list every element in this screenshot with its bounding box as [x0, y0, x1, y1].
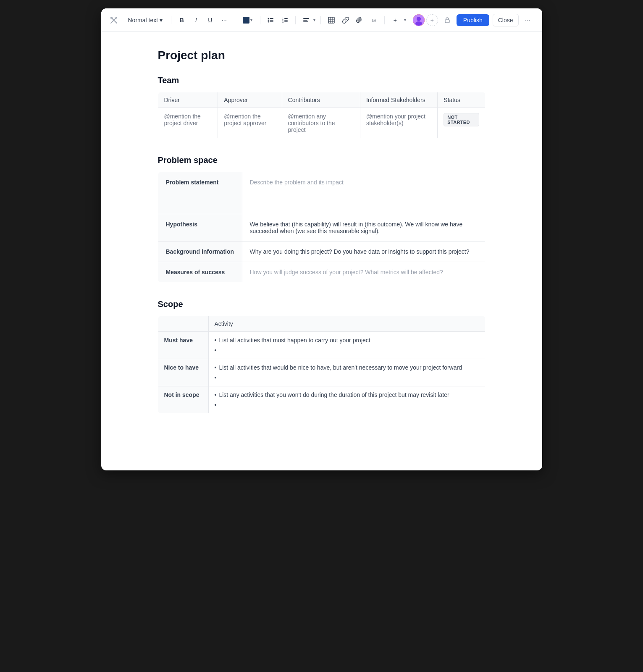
list-item: List all activities that must happen to … — [215, 337, 479, 344]
avatar-group: + — [413, 14, 438, 26]
not-in-scope-label: Not in scope — [158, 386, 208, 414]
svg-rect-9 — [284, 18, 288, 19]
empty-bullet — [215, 347, 479, 354]
problem-table: Problem statement Describe the problem a… — [158, 172, 486, 283]
color-button[interactable]: ▾ — [240, 15, 255, 25]
list-item: List any activities that you won't do du… — [215, 391, 479, 398]
publish-button[interactable]: Publish — [457, 14, 489, 26]
underline-button[interactable]: U — [205, 14, 216, 26]
svg-rect-3 — [270, 18, 273, 19]
problem-statement-label: Problem statement — [158, 172, 242, 214]
svg-point-23 — [417, 17, 421, 21]
divider-4 — [295, 16, 296, 24]
color-swatch — [243, 17, 249, 24]
nice-to-have-activity[interactable]: List all activities that would be nice t… — [208, 359, 485, 386]
svg-rect-0 — [110, 17, 113, 19]
cell-status: NOT STARTED — [438, 108, 485, 139]
col-contributors: Contributors — [282, 92, 360, 108]
more-insert-chevron: ▾ — [404, 18, 406, 22]
cell-driver[interactable]: @mention the project driver — [158, 108, 218, 139]
table-row: Not in scope List any activities that yo… — [158, 386, 485, 414]
svg-point-2 — [268, 18, 269, 19]
svg-rect-15 — [303, 20, 307, 21]
svg-rect-11 — [284, 20, 288, 21]
more-insert-button[interactable]: + — [390, 14, 401, 26]
col-approver: Approver — [218, 92, 282, 108]
more-options-button[interactable]: ··· — [522, 14, 534, 26]
table-button[interactable] — [326, 14, 337, 26]
background-label: Background information — [158, 242, 242, 262]
link-button[interactable] — [340, 14, 351, 26]
divider-1 — [171, 16, 171, 24]
logo-icon — [110, 16, 118, 24]
user-avatar — [413, 14, 425, 26]
bold-button[interactable]: B — [176, 14, 187, 26]
italic-button[interactable]: I — [191, 14, 202, 26]
add-collaborator-button[interactable]: + — [426, 14, 438, 26]
team-section-title: Team — [158, 76, 486, 85]
scope-col-activity: Activity — [208, 316, 485, 332]
text-style-selector[interactable]: Normal text ▾ — [125, 15, 166, 25]
svg-rect-1 — [115, 17, 117, 19]
toolbar-right: + Publish Close ··· — [413, 14, 534, 26]
color-chevron: ▾ — [250, 18, 252, 22]
table-row: Background information Why are you doing… — [158, 242, 485, 262]
emoji-button[interactable]: ☺ — [368, 14, 379, 26]
col-informed: Informed Stakeholders — [360, 92, 437, 108]
toolbar: Normal text ▾ B I U ··· ▾ 1. — [101, 8, 542, 32]
measures-label: Measures of success — [158, 262, 242, 283]
hypothesis-value[interactable]: We believe that (this capability) will r… — [242, 214, 485, 242]
col-status: Status — [438, 92, 485, 108]
svg-rect-7 — [270, 21, 273, 22]
main-window: Normal text ▾ B I U ··· ▾ 1. — [101, 8, 542, 470]
unordered-list-button[interactable] — [265, 14, 276, 26]
measures-value[interactable]: How you will judge success of your proje… — [242, 262, 485, 283]
nice-to-have-label: Nice to have — [158, 359, 208, 386]
ordered-list-button[interactable]: 1. 2. 3. — [280, 14, 291, 26]
table-row: Measures of success How you will judge s… — [158, 262, 485, 283]
scope-table: Activity Must have List all activities t… — [158, 316, 486, 414]
background-value[interactable]: Why are you doing this project? Do you h… — [242, 242, 485, 262]
svg-point-6 — [268, 21, 269, 22]
not-in-scope-activity[interactable]: List any activities that you won't do du… — [208, 386, 485, 414]
problem-space-title: Problem space — [158, 155, 486, 165]
align-button[interactable] — [301, 14, 312, 26]
table-row: Hypothesis We believe that (this capabil… — [158, 214, 485, 242]
status-badge[interactable]: NOT STARTED — [444, 113, 479, 126]
table-row: Nice to have List all activities that wo… — [158, 359, 485, 386]
empty-bullet — [215, 374, 479, 381]
table-row: Must have List all activities that must … — [158, 332, 485, 359]
divider-2 — [235, 16, 235, 24]
text-style-chevron: ▾ — [160, 17, 163, 24]
close-button[interactable]: Close — [493, 14, 519, 26]
svg-rect-17 — [328, 17, 334, 23]
scope-section: Scope Activity Must have List all activi… — [158, 299, 486, 414]
svg-text:3.: 3. — [282, 21, 284, 23]
team-table: Driver Approver Contributors Informed St… — [158, 92, 486, 139]
must-have-activity[interactable]: List all activities that must happen to … — [208, 332, 485, 359]
problem-statement-value[interactable]: Describe the problem and its impact — [242, 172, 485, 214]
svg-rect-25 — [445, 20, 449, 23]
cell-contributors[interactable]: @mention any contributors to the project — [282, 108, 360, 139]
svg-rect-5 — [270, 20, 273, 21]
page-content: Project plan Team Driver Approver Contri… — [133, 32, 511, 430]
page-title: Project plan — [158, 49, 486, 62]
scope-col-label — [158, 316, 208, 332]
divider-6 — [384, 16, 385, 24]
cell-approver[interactable]: @mention the project approver — [218, 108, 282, 139]
scope-title: Scope — [158, 299, 486, 309]
divider-3 — [260, 16, 260, 24]
col-driver: Driver — [158, 92, 218, 108]
svg-rect-13 — [284, 21, 288, 22]
more-format-button[interactable]: ··· — [219, 14, 230, 26]
list-item: List all activities that would be nice t… — [215, 364, 479, 371]
svg-rect-16 — [303, 21, 308, 22]
cell-informed[interactable]: @mention your project stakeholder(s) — [360, 108, 437, 139]
team-section: Team Driver Approver Contributors Inform… — [158, 76, 486, 139]
divider-5 — [320, 16, 321, 24]
svg-point-24 — [415, 21, 422, 26]
lock-button[interactable] — [441, 14, 453, 26]
attachment-button[interactable] — [354, 14, 365, 26]
must-have-label: Must have — [158, 332, 208, 359]
svg-point-4 — [268, 19, 269, 21]
